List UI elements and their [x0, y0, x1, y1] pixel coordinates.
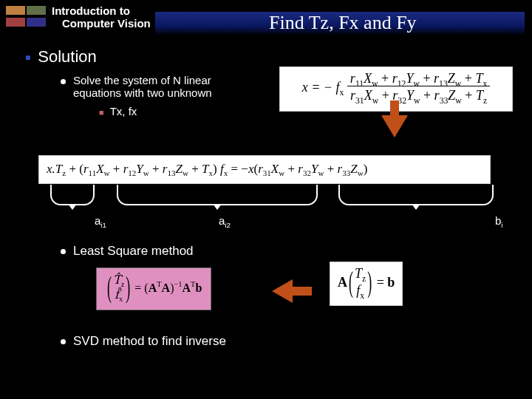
equation-linear-form: x.Tz + (r11Xw + r12Yw + r13Zw + Tx) fx =…: [38, 155, 491, 184]
course-line1: Introduction to: [52, 4, 151, 17]
label-ai2: ai2: [219, 214, 231, 229]
course-line2: Computer Vision: [62, 17, 151, 30]
bullet-square-icon: ■: [25, 52, 30, 63]
brace-ai2-icon: [117, 185, 318, 205]
brace-bi-icon: [338, 185, 494, 205]
bullet-square-small-icon: ■: [99, 108, 104, 117]
equation-normal-equations: (T̂zf̂x) = (ATA)−1ATb: [96, 267, 211, 310]
brace-ai1-icon: [50, 185, 95, 205]
bullet-dot-icon: [61, 339, 66, 344]
bullet-least-square: Least Square method: [61, 244, 194, 259]
bullet-svd: SVD method to find inverse: [61, 334, 226, 349]
label-bi: bi: [495, 214, 503, 229]
logo-icon: [6, 6, 47, 28]
equation-matrix-form: A(Tzfx) = b: [330, 262, 403, 306]
arrow-down-icon: [381, 115, 408, 137]
bullet-dot-icon: [61, 79, 66, 84]
bullet-dot-icon: [61, 249, 66, 254]
course-title: Introduction to Computer Vision: [52, 4, 151, 30]
heading-solution: ■Solution: [25, 47, 532, 66]
arrow-left-icon: [272, 279, 293, 303]
slide-title: Find Tz, Fx and Fy: [155, 12, 525, 35]
label-ai1: ai1: [95, 214, 106, 229]
